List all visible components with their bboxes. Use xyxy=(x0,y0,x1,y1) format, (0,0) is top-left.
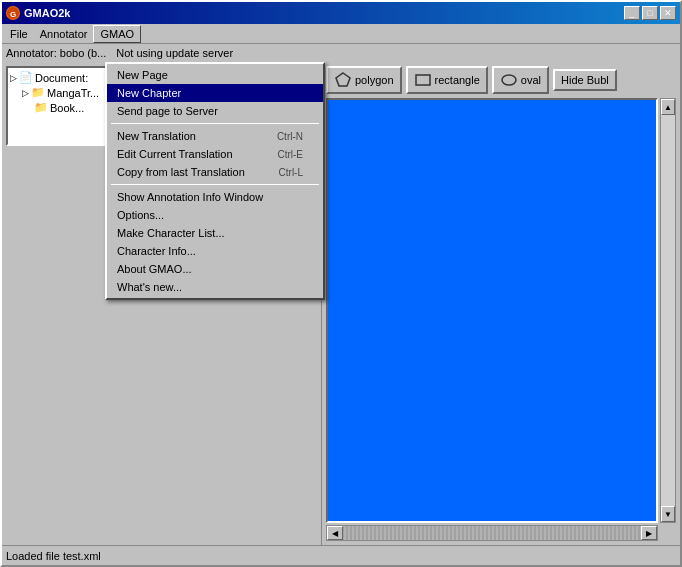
gmao-dropdown-menu: New Page New Chapter Send page to Server… xyxy=(105,62,325,300)
menu-copy-translation[interactable]: Copy from last Translation Ctrl-L xyxy=(107,163,323,181)
tree-expand-icon[interactable]: ▷ xyxy=(10,73,17,83)
menu-annotator[interactable]: Annotator xyxy=(34,26,94,42)
menu-bar: File Annotator GMAO xyxy=(2,24,680,44)
maximize-button[interactable]: □ xyxy=(642,6,658,20)
rectangle-icon xyxy=(414,71,432,89)
menu-character-info[interactable]: Character Info... xyxy=(107,242,323,260)
status-bar: Loaded file test.xml xyxy=(2,545,680,565)
scroll-h-track xyxy=(343,526,641,540)
folder-icon-manga: 📁 xyxy=(31,86,45,99)
main-window: G GMAO2k _ □ ✕ File Annotator GMAO Annot… xyxy=(0,0,682,567)
menu-whats-new[interactable]: What's new... xyxy=(107,278,323,296)
title-bar-left: G GMAO2k xyxy=(6,6,70,20)
menu-about[interactable]: About GMAO... xyxy=(107,260,323,278)
canvas-container: ▲ ▼ ◀ ▶ xyxy=(326,98,676,541)
vertical-scrollbar[interactable]: ▲ ▼ xyxy=(660,98,676,523)
hide-bubble-button[interactable]: Hide Bubl xyxy=(553,69,617,91)
toolbar: polygon rectangle xyxy=(322,62,680,98)
status-text: Loaded file test.xml xyxy=(6,550,101,562)
oval-tool-button[interactable]: oval xyxy=(492,66,549,94)
oval-icon xyxy=(500,71,518,89)
rectangle-tool-button[interactable]: rectangle xyxy=(406,66,488,94)
scroll-up-button[interactable]: ▲ xyxy=(661,99,675,115)
folder-icon-book: 📁 xyxy=(34,101,48,114)
folder-icon: 📄 xyxy=(19,71,33,84)
title-bar: G GMAO2k _ □ ✕ xyxy=(2,2,680,24)
svg-marker-2 xyxy=(336,73,350,86)
title-buttons: _ □ ✕ xyxy=(624,6,676,20)
menu-show-annotation[interactable]: Show Annotation Info Window xyxy=(107,188,323,206)
menu-make-character[interactable]: Make Character List... xyxy=(107,224,323,242)
menu-new-translation[interactable]: New Translation Ctrl-N xyxy=(107,127,323,145)
minimize-button[interactable]: _ xyxy=(624,6,640,20)
svg-point-4 xyxy=(502,75,516,85)
polygon-tool-button[interactable]: polygon xyxy=(326,66,402,94)
scroll-v-track xyxy=(661,115,675,506)
right-panel: polygon rectangle xyxy=(322,62,680,545)
menu-send-page[interactable]: Send page to Server xyxy=(107,102,323,120)
horizontal-scrollbar[interactable]: ◀ ▶ xyxy=(326,525,658,541)
polygon-icon xyxy=(334,71,352,89)
tree-expand-icon-manga[interactable]: ▷ xyxy=(22,88,29,98)
close-button[interactable]: ✕ xyxy=(660,6,676,20)
separator-1 xyxy=(111,123,319,124)
menu-new-page[interactable]: New Page xyxy=(107,66,323,84)
menu-gmao[interactable]: GMAO xyxy=(93,25,141,43)
menu-options[interactable]: Options... xyxy=(107,206,323,224)
svg-rect-3 xyxy=(416,75,430,85)
window-title: GMAO2k xyxy=(24,7,70,19)
annotator-status: Annotator: bobo (b... xyxy=(6,47,106,59)
scroll-right-button[interactable]: ▶ xyxy=(641,526,657,540)
left-panel: ▷ 📄 Document: ▷ 📁 MangaTr... 📁 Book... N xyxy=(2,62,322,545)
scrollbar-corner xyxy=(660,525,676,541)
menu-new-chapter[interactable]: New Chapter xyxy=(107,84,323,102)
menu-edit-translation[interactable]: Edit Current Translation Ctrl-E xyxy=(107,145,323,163)
server-status: Not using update server xyxy=(116,47,233,59)
scroll-down-button[interactable]: ▼ xyxy=(661,506,675,522)
app-icon: G xyxy=(6,6,20,20)
scroll-left-button[interactable]: ◀ xyxy=(327,526,343,540)
separator-2 xyxy=(111,184,319,185)
menu-file[interactable]: File xyxy=(4,26,34,42)
svg-text:G: G xyxy=(10,10,16,19)
drawing-canvas[interactable] xyxy=(326,98,658,523)
main-content: ▷ 📄 Document: ▷ 📁 MangaTr... 📁 Book... N xyxy=(2,62,680,545)
